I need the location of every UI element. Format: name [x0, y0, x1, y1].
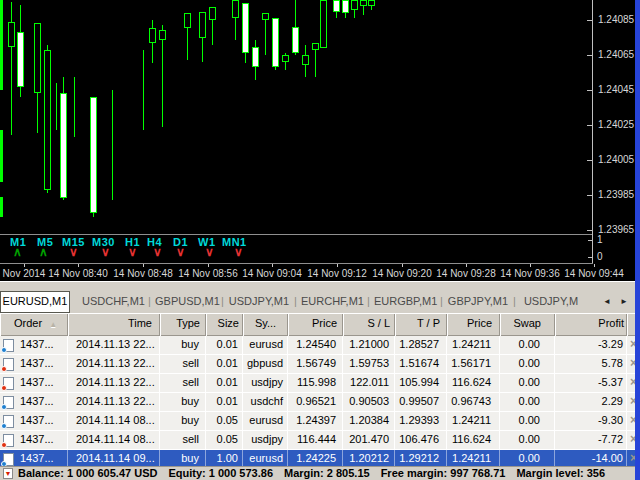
bull-candle — [360, 0, 367, 6]
timeframe-arrow-down-icon: ∨ — [101, 246, 110, 259]
status-margin: Margin: 2 805.15 — [284, 467, 370, 479]
status-balance: Balance: 1 000 605.47 USD — [18, 467, 157, 479]
order-row[interactable]: 1437...2014.11.13 22...sell0.01usdjpy115… — [0, 374, 640, 393]
cell-profit: -9.30 — [555, 412, 627, 431]
cell-s-l: 1.20384 — [343, 412, 395, 431]
cell-type: buy — [160, 450, 206, 466]
order-row[interactable]: 1437...2014.11.13 22...sell0.01gbpusd1.5… — [0, 355, 640, 374]
column-header-profit[interactable]: Profit — [555, 313, 627, 336]
cell-swap: 0.00 — [500, 412, 555, 431]
cell-profit: 5.78 — [555, 355, 627, 374]
cell-price: 1.56171 — [447, 355, 500, 374]
bull-candle — [184, 13, 191, 28]
tab-scroll-right-button[interactable]: ► — [617, 295, 631, 309]
column-header-s-l[interactable]: S / L — [343, 313, 395, 336]
cell-size: 1.00 — [206, 450, 243, 466]
status-margin-level: Margin level: 356 — [516, 467, 605, 479]
column-header-price[interactable]: Price — [447, 313, 500, 336]
column-header-sy[interactable]: Sy... — [243, 313, 288, 336]
order-icon-sell — [3, 377, 14, 390]
chart-tab-eurchf-m1[interactable]: EURCHF,M1 — [301, 291, 363, 313]
cell-swap: 0.00 — [500, 374, 555, 393]
timeframe-arrow-up-icon: ∧ — [13, 246, 22, 259]
chart-canvas[interactable] — [0, 0, 592, 234]
cell-swap: 0.00 — [500, 431, 555, 450]
cell-price: 0.96521 — [288, 393, 343, 412]
cell-price: 0.96743 — [447, 393, 500, 412]
cell-order: 1437... — [0, 431, 68, 450]
cell-price: 1.24225 — [288, 450, 343, 466]
cell-s-l: 1.59753 — [343, 355, 395, 374]
price-axis-label: 1.23985 — [598, 189, 634, 200]
cell-s-l: 0.90503 — [343, 393, 395, 412]
status-label: Equity: — [168, 467, 208, 479]
cell-sy: gbpusd — [243, 355, 288, 374]
time-axis[interactable]: Nov 201414 Nov 08:4014 Nov 08:4814 Nov 0… — [0, 263, 640, 281]
column-header-label: Time — [128, 317, 152, 329]
order-row[interactable]: 1437...2014.11.14 08...buy0.05eurusd1.24… — [0, 412, 640, 431]
time-axis-tick — [466, 264, 467, 267]
bear-candle — [342, 0, 349, 13]
column-header-order[interactable]: Order▲ — [0, 313, 68, 336]
column-header-price[interactable]: Price — [288, 313, 343, 336]
order-row[interactable]: 1437...2014.11.14 08...sell0.05usdjpy116… — [0, 431, 640, 450]
cell-profit: -14.00 — [555, 450, 627, 466]
time-axis-tick — [402, 264, 403, 267]
status-equity: Equity: 1 000 573.86 — [168, 467, 273, 479]
bear-candle — [17, 32, 24, 87]
order-side-dot — [1, 442, 7, 448]
cell-profit: -5.37 — [555, 374, 627, 393]
column-header-t-p[interactable]: T / P — [395, 313, 447, 336]
tab-separator: | — [217, 291, 228, 313]
cell-time: 2014.11.13 22... — [68, 374, 160, 393]
cell-size: 0.01 — [206, 374, 243, 393]
time-axis-label: 14 Nov 09:12 — [307, 268, 367, 279]
tab-scroll-left-button[interactable]: ◄ — [600, 295, 614, 309]
chart-tab-gbpjpy-m1[interactable]: GBPJPY,M1 — [447, 291, 509, 313]
bear-candle — [272, 18, 279, 67]
chart-tab-eurusd-m1[interactable]: EURUSD,M1 — [0, 291, 70, 313]
sort-ascending-icon: ▲ — [49, 320, 57, 329]
column-header-type[interactable]: Type — [160, 313, 206, 336]
cell-sy: usdchf — [243, 393, 288, 412]
indicator-pane[interactable]: M1∧M5∧M15∨M30∨H1∨H4∨D1∨W1∨MN1∨ — [0, 235, 592, 263]
cell-order: 1437... — [0, 355, 68, 374]
column-header-label: Price — [467, 317, 492, 329]
order-number: 1437... — [20, 414, 54, 426]
status-label: Margin: — [284, 467, 327, 479]
mt4-terminal-window: M1∧M5∧M15∨M30∨H1∨H4∨D1∨W1∨MN1∨ 1.240851.… — [0, 0, 640, 480]
chart-tab-usdchf-m1[interactable]: USDCHF,M1 — [82, 291, 144, 313]
cell-type: buy — [160, 412, 206, 431]
order-number: 1437... — [20, 395, 54, 407]
order-row[interactable]: 1437...2014.11.13 22...buy0.01eurusd1.24… — [0, 336, 640, 355]
column-header-label: Price — [312, 317, 337, 329]
column-header-swap[interactable]: Swap — [500, 313, 555, 336]
column-header-label: Swap — [513, 317, 541, 329]
order-icon-sell — [3, 358, 14, 371]
cell-t-p: 0.99507 — [395, 393, 447, 412]
bull-candle — [282, 55, 289, 62]
window-edge — [635, 0, 640, 480]
cell-type: sell — [160, 355, 206, 374]
time-axis-label: 14 Nov 09:44 — [564, 268, 624, 279]
cell-time: 2014.11.13 22... — [68, 336, 160, 355]
chart-tab-eurgbp-m1[interactable]: EURGBP,M1 — [374, 291, 436, 313]
cell-price: 1.24211 — [447, 336, 500, 355]
price-axis-tick — [587, 20, 592, 21]
order-row[interactable]: 1437...2014.11.13 22...buy0.01usdchf0.96… — [0, 393, 640, 412]
cell-swap: 0.00 — [500, 450, 555, 466]
column-header-time[interactable]: Time — [68, 313, 160, 336]
order-row[interactable]: 1437...2014.11.14 09...buy1.00eurusd1.24… — [0, 450, 640, 466]
cell-order: 1437... — [0, 336, 68, 355]
chart-tab-usdjpy-m1[interactable]: USDJPY,M1 — [228, 291, 290, 313]
column-header-label: T / P — [417, 317, 440, 329]
bull-candle — [368, 0, 375, 6]
bear-candle — [60, 93, 67, 198]
cell-s-l: 122.011 — [343, 374, 395, 393]
cell-type: sell — [160, 374, 206, 393]
order-side-dot — [1, 404, 7, 410]
chart-tab-gbpusd-m1[interactable]: GBPUSD,M1 — [155, 291, 217, 313]
chart-tab-usdjpy-m[interactable]: USDJPY,M — [520, 291, 582, 313]
candle-wick — [143, 50, 144, 130]
column-header-size[interactable]: Size — [206, 313, 243, 336]
